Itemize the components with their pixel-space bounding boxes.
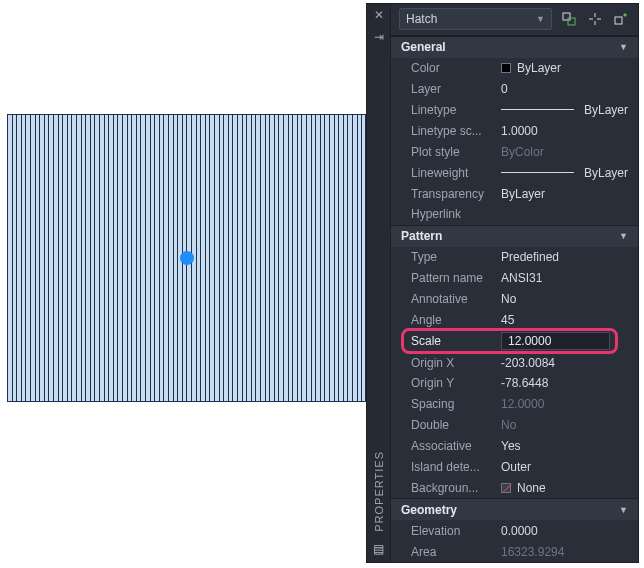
none-swatch-icon [501,483,511,493]
chevron-down-icon: ▼ [619,42,628,52]
row-type: TypePredefined [391,247,638,268]
row-spacing: Spacing12.0000 [391,394,638,415]
section-header-pattern[interactable]: Pattern▼ [391,225,638,247]
row-origin-x: Origin X-203.0084 [391,352,638,373]
svg-rect-0 [563,13,570,20]
svg-rect-1 [568,18,575,25]
section-header-geometry[interactable]: Geometry▼ [391,498,638,520]
select-objects-icon[interactable] [586,10,604,28]
object-type-value: Hatch [406,12,437,26]
pin-icon[interactable]: ⇥ [374,30,384,44]
scale-input[interactable]: 12.0000 [501,332,610,350]
row-hyperlink: Hyperlink [391,204,638,225]
panel-header: Hatch ▼ [391,4,638,36]
color-swatch [501,63,511,73]
row-linetype: LinetypeByLayer [391,100,638,121]
row-origin-y: Origin Y-78.6448 [391,373,638,394]
chevron-down-icon: ▼ [619,505,628,515]
section-header-general[interactable]: General▼ [391,36,638,58]
chevron-down-icon: ▼ [536,14,545,24]
row-layer: Layer0 [391,79,638,100]
object-type-select[interactable]: Hatch ▼ [399,8,552,30]
grip-point[interactable] [180,251,194,265]
row-area: Area16323.9294 [391,541,638,562]
toggle-pickadd-icon[interactable] [612,10,630,28]
row-transparency: TransparencyByLayer [391,183,638,204]
row-island: Island dete...Outer [391,457,638,478]
drawing-canvas[interactable] [7,114,366,402]
svg-rect-2 [615,17,622,24]
row-color: ColorByLayer [391,58,638,79]
row-annotative: AnnotativeNo [391,289,638,310]
panel-sidebar: ✕ ⇥ PROPERTIES ▤ [367,4,391,562]
row-associative: AssociativeYes [391,436,638,457]
row-elevation: Elevation0.0000 [391,520,638,541]
chevron-down-icon: ▼ [619,231,628,241]
row-plot-style: Plot styleByColor [391,141,638,162]
panel-title: PROPERTIES [373,451,385,532]
row-linetype-scale: Linetype sc...1.0000 [391,120,638,141]
row-background: Backgroun...None [391,477,638,498]
row-pattern-name: Pattern nameANSI31 [391,268,638,289]
row-double: DoubleNo [391,415,638,436]
options-icon[interactable]: ▤ [373,542,384,556]
row-lineweight: LineweightByLayer [391,162,638,183]
close-icon[interactable]: ✕ [374,8,384,22]
properties-panel: ✕ ⇥ PROPERTIES ▤ Hatch ▼ General▼ ColorB… [366,3,639,563]
row-scale: Scale 12.0000 [391,327,638,355]
quick-select-icon[interactable] [560,10,578,28]
